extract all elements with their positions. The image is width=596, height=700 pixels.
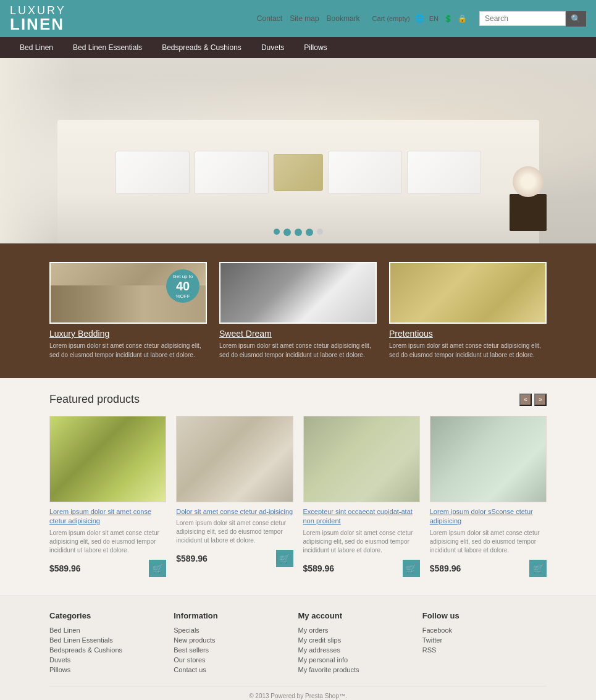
contact-link[interactable]: Contact — [257, 14, 282, 23]
logo[interactable]: LUXURY LINEN — [10, 5, 66, 32]
footer-col-my-account: My account My orders My credit slips My … — [298, 611, 422, 676]
product-name-4[interactable]: Lorem ipsum dolor sSconse ctetur adipisi… — [430, 507, 547, 526]
product-card-3: Excepteur sint occaecat cupidat-atat non… — [303, 416, 420, 577]
product-card-1: Lorem ipsum dolor sit amet conse ctetur … — [49, 416, 166, 577]
add-to-cart-3[interactable]: 🛒 — [403, 560, 420, 577]
footer-link-pillows[interactable]: Pillows — [49, 666, 174, 673]
featured-title: Featured products — [49, 393, 140, 406]
header-right: Contact Site map Bookmark Cart (empty) 🌐… — [257, 11, 586, 27]
footer-link-facebook[interactable]: Facebook — [422, 626, 547, 634]
next-arrow[interactable]: » — [534, 394, 547, 406]
product-card-2: Dolor sit amet conse ctetur ad-ipisicing… — [176, 416, 293, 577]
promo-text-2: Lorem ipsum dolor sit amet conse ctetur … — [219, 341, 377, 360]
product-image-1 — [49, 416, 166, 502]
product-card-4: Lorem ipsum dolor sSconse ctetur adipisi… — [430, 416, 547, 577]
footer-link-our-stores[interactable]: Our stores — [174, 656, 298, 664]
promo-card-sweet-dream: Sweet Dream Lorem ipsum dolor sit amet c… — [219, 262, 377, 360]
footer-link-best-sellers[interactable]: Best sellers — [174, 646, 298, 654]
footer-link-contact-us[interactable]: Contact us — [174, 666, 298, 673]
promo-title-1[interactable]: Luxury Bedding — [49, 329, 207, 339]
copyright-text: © 2013 Powered by Presta Shop™. — [249, 693, 347, 699]
sitemap-link[interactable]: Site map — [290, 14, 319, 23]
footer-col-categories: Categories Bed Linen Bed Linen Essential… — [49, 611, 174, 676]
bookmark-link[interactable]: Bookmark — [327, 14, 360, 23]
product-price-2: $589.96 — [176, 554, 208, 563]
hero-banner — [0, 58, 596, 243]
badge-off: %OFF — [175, 293, 190, 299]
search-input[interactable] — [479, 11, 566, 26]
product-footer-3: $589.96 🛒 — [303, 560, 420, 577]
promo-text-1: Lorem ipsum dolor sit amet conse ctetur … — [49, 341, 207, 360]
hero-dot-1[interactable] — [274, 229, 280, 235]
promo-text-3: Lorem ipsum dolor sit amet conse ctetur … — [389, 341, 547, 360]
currency-icon: 💲 — [443, 14, 453, 23]
promo-title-3[interactable]: Pretentious — [389, 329, 547, 339]
footer-link-duvets[interactable]: Duvets — [49, 656, 174, 664]
nav-bed-linen-essentials[interactable]: Bed Linen Essentials — [63, 37, 152, 58]
pillow-4 — [407, 151, 481, 194]
hero-dot-3[interactable] — [295, 229, 302, 236]
product-desc-1: Lorem ipsum dolor sit amet conse ctetur … — [49, 529, 166, 555]
promo-title-2[interactable]: Sweet Dream — [219, 329, 377, 339]
product-image-2 — [176, 416, 293, 502]
add-to-cart-1[interactable]: 🛒 — [149, 560, 166, 577]
products-grid: Lorem ipsum dolor sit amet conse ctetur … — [49, 416, 547, 577]
pillow-1 — [115, 151, 190, 194]
nav-duvets[interactable]: Duvets — [251, 37, 294, 58]
nav-bedspreads-cushions[interactable]: Bedspreads & Cushions — [152, 37, 251, 58]
footer-link-my-personal-info[interactable]: My personal info — [298, 656, 422, 664]
footer-columns: Categories Bed Linen Bed Linen Essential… — [49, 611, 547, 676]
footer-link-my-addresses[interactable]: My addresses — [298, 646, 422, 654]
footer-follow-us-title: Follow us — [422, 611, 547, 620]
add-to-cart-4[interactable]: 🛒 — [529, 560, 547, 577]
footer-link-my-orders[interactable]: My orders — [298, 626, 422, 634]
promo-card-luxury-bedding: Get up to 40 %OFF Luxury Bedding Lorem i… — [49, 262, 207, 360]
product-price-4: $589.96 — [430, 563, 461, 573]
discount-badge: Get up to 40 %OFF — [166, 269, 199, 303]
globe-icon: 🌐 — [415, 14, 424, 23]
cart-info: Cart (empty) — [372, 15, 410, 22]
footer-link-bed-linen[interactable]: Bed Linen — [49, 626, 174, 634]
prev-arrow[interactable]: « — [519, 394, 532, 406]
footer-link-bedspreads[interactable]: Bedspreads & Cushions — [49, 646, 174, 654]
footer-link-new-products[interactable]: New products — [174, 636, 298, 644]
promo-section: Get up to 40 %OFF Luxury Bedding Lorem i… — [0, 243, 596, 378]
footer-link-bed-linen-essentials[interactable]: Bed Linen Essentials — [49, 636, 174, 644]
badge-percent: 40 — [176, 279, 190, 293]
main-navigation: Bed Linen Bed Linen Essentials Bedspread… — [0, 37, 596, 58]
product-name-1[interactable]: Lorem ipsum dolor sit amet conse ctetur … — [49, 507, 166, 526]
lang-label[interactable]: EN — [429, 15, 439, 22]
product-name-2[interactable]: Dolor sit amet conse ctetur ad-ipisicing — [176, 507, 293, 517]
nightstand — [510, 194, 547, 231]
footer-link-my-favorite-products[interactable]: My favorite products — [298, 666, 422, 673]
footer-col-follow-us: Follow us Facebook Twitter RSS — [422, 611, 547, 676]
product-name-3[interactable]: Excepteur sint occaecat cupidat-atat non… — [303, 507, 420, 526]
nav-bed-linen[interactable]: Bed Linen — [10, 37, 63, 58]
pillows-row — [115, 151, 481, 194]
product-desc-4: Lorem ipsum dolor sit amet conse ctetur … — [430, 529, 547, 555]
pillow-3 — [328, 151, 402, 194]
lock-icon: 🔒 — [458, 14, 467, 23]
footer-col-information: Information Specials New products Best s… — [174, 611, 298, 676]
logo-linen: LINEN — [10, 16, 66, 32]
hero-slider-dots — [274, 229, 323, 236]
promo-image-3 — [389, 262, 547, 324]
search-button[interactable]: 🔍 — [566, 11, 586, 27]
hero-dot-5[interactable] — [317, 229, 323, 235]
promo-image-1: Get up to 40 %OFF — [49, 262, 207, 324]
featured-header: Featured products « » — [49, 393, 547, 406]
footer-link-specials[interactable]: Specials — [174, 626, 298, 634]
hero-dot-2[interactable] — [283, 229, 291, 236]
product-footer-1: $589.96 🛒 — [49, 560, 166, 577]
hero-dot-4[interactable] — [306, 229, 313, 236]
featured-section: Featured products « » Lorem ipsum dolor … — [0, 378, 596, 596]
footer-copyright: © 2013 Powered by Presta Shop™. — [49, 686, 547, 699]
footer-link-my-credit-slips[interactable]: My credit slips — [298, 636, 422, 644]
nav-pillows[interactable]: Pillows — [294, 37, 337, 58]
footer-link-rss[interactable]: RSS — [422, 646, 547, 654]
footer-link-twitter[interactable]: Twitter — [422, 636, 547, 644]
header-utils: Cart (empty) 🌐 EN 💲 🔒 — [372, 14, 467, 23]
product-price-3: $589.96 — [303, 563, 335, 573]
add-to-cart-2[interactable]: 🛒 — [276, 550, 293, 567]
promo-card-pretentious: Pretentious Lorem ipsum dolor sit amet c… — [389, 262, 547, 360]
